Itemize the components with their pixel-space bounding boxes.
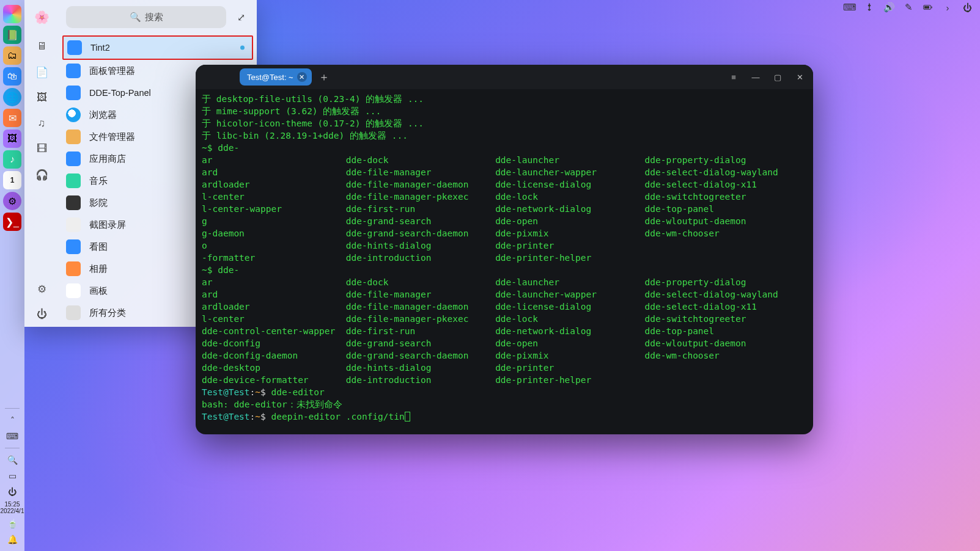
tray-cup-icon[interactable]: 🍵 [5, 517, 20, 530]
launcher-sidebar: 🌸 🖥 📄 🖼 ♫ 🎞 🎧 ⚙ ⏻ [24, 0, 59, 327]
battery-icon[interactable] [923, 2, 934, 13]
tray-bell-icon[interactable]: 🔔 [5, 533, 20, 546]
terminal-body[interactable]: 于 desktop-file-utils (0.23-4) 的触发器 ... 于… [196, 89, 813, 434]
app-icon [66, 173, 81, 188]
app-icon [66, 86, 81, 100]
terminal-titlebar[interactable]: Test@Test: ~ ✕ ＋ ≡ — ▢ ✕ [196, 65, 813, 89]
running-dot-icon [240, 46, 245, 50]
menu-icon[interactable]: ≡ [725, 68, 742, 86]
eyedropper-icon[interactable]: ✎ [903, 2, 914, 13]
terminal-tab-title: Test@Test: ~ [247, 73, 293, 82]
clock-date: 2022/4/1 [1, 508, 24, 514]
sidebar-monitor-icon[interactable]: 🖥 [29, 34, 54, 59]
search-icon[interactable]: 🔍 [5, 453, 20, 467]
app-label: 浏览器 [89, 109, 117, 121]
menubar: ⌨ 🔊 ✎ › ⏻ [837, 0, 980, 15]
dock-app-calendar[interactable]: 1 [3, 171, 21, 189]
tab-close-icon[interactable]: ✕ [297, 72, 307, 82]
new-tab-button[interactable]: ＋ [317, 70, 331, 84]
dock-app-terminal[interactable]: ❯_ [3, 213, 21, 231]
app-label: 截图录屏 [89, 219, 126, 231]
close-button[interactable]: ✕ [791, 68, 808, 86]
app-icon [66, 151, 81, 166]
app-label: 面板管理器 [89, 65, 135, 77]
terminal-window: Test@Test: ~ ✕ ＋ ≡ — ▢ ✕ 于 desktop-file-… [196, 65, 813, 434]
search-input[interactable]: 🔍 搜索 [66, 6, 226, 28]
app-icon [66, 130, 81, 144]
app-label: 所有分类 [89, 307, 126, 319]
usb-icon[interactable] [864, 2, 875, 13]
svg-rect-2 [924, 6, 929, 9]
app-label: 音乐 [89, 175, 108, 187]
dock-app-files[interactable]: 🗂 [3, 46, 21, 65]
dock-app-browser[interactable]: 🌐 [3, 88, 21, 106]
sidebar-gear-icon[interactable]: ⚙ [29, 277, 54, 301]
sidebar-power-icon[interactable]: ⏻ [29, 302, 54, 327]
dock-app-photos[interactable]: 🖼 [3, 130, 21, 148]
app-label: 画板 [89, 285, 108, 297]
app-icon [66, 108, 81, 122]
app-label: 影院 [89, 197, 108, 209]
app-item-0[interactable]: Tint2 [62, 35, 253, 60]
dock-separator [5, 408, 20, 409]
app-icon [66, 305, 81, 320]
app-label: 文件管理器 [89, 131, 135, 143]
minimize-button[interactable]: — [747, 68, 764, 86]
app-icon [66, 64, 81, 78]
dock-app-wiki[interactable]: 📗 [3, 26, 21, 44]
show-desktop-icon[interactable]: ▭ [5, 469, 20, 483]
dock: 📗 🗂 🛍 🌐 ✉ 🖼 ♪ 1 ⚙ ❯_ ˄ ⌨ 🔍 ▭ ⏻ 15:25 202… [0, 0, 24, 551]
volume-icon[interactable]: 🔊 [883, 2, 894, 13]
svg-rect-1 [931, 7, 932, 9]
shutdown-icon[interactable]: ⏻ [5, 485, 20, 498]
dock-app-mail[interactable]: ✉ [3, 109, 21, 127]
dock-separator [5, 448, 20, 448]
maximize-button[interactable]: ▢ [769, 68, 786, 86]
dock-app-store[interactable]: 🛍 [3, 67, 21, 86]
sidebar-music-icon[interactable]: ♫ [29, 111, 54, 136]
app-label: 应用商店 [89, 153, 126, 165]
app-label: Tint2 [90, 43, 110, 53]
sidebar-picture-icon[interactable]: 🖼 [29, 86, 54, 110]
chevron-up-icon[interactable]: ˄ [5, 414, 20, 427]
power-icon[interactable]: ⏻ [962, 2, 973, 13]
search-placeholder: 搜索 [145, 12, 163, 23]
launcher-icon[interactable] [3, 5, 21, 23]
dock-clock[interactable]: 15:25 2022/4/1 [1, 501, 24, 514]
app-icon [67, 40, 82, 55]
search-icon: 🔍 [130, 12, 141, 23]
app-label: 相册 [89, 263, 108, 275]
app-label: 看图 [89, 241, 108, 253]
app-label: DDE-Top-Panel [89, 88, 151, 98]
dock-app-settings[interactable]: ⚙ [3, 192, 21, 210]
app-icon [66, 217, 81, 232]
onscreen-keyboard-icon[interactable]: ⌨ [5, 429, 20, 443]
clock-time: 15:25 [1, 501, 24, 508]
dock-app-music[interactable]: ♪ [3, 150, 21, 169]
expand-icon[interactable]: ⤢ [232, 9, 249, 26]
app-icon [66, 261, 81, 276]
sidebar-headphones-icon[interactable]: 🎧 [29, 162, 54, 187]
app-icon [66, 195, 81, 210]
app-icon [66, 239, 81, 254]
launcher-logo-icon[interactable]: 🌸 [31, 6, 53, 28]
sidebar-document-icon[interactable]: 📄 [29, 60, 54, 84]
app-icon [66, 283, 81, 298]
keyboard-icon[interactable]: ⌨ [844, 2, 855, 13]
chevron-right-icon[interactable]: › [942, 2, 953, 13]
sidebar-video-icon[interactable]: 🎞 [29, 137, 54, 161]
terminal-tab[interactable]: Test@Test: ~ ✕ [240, 68, 312, 86]
